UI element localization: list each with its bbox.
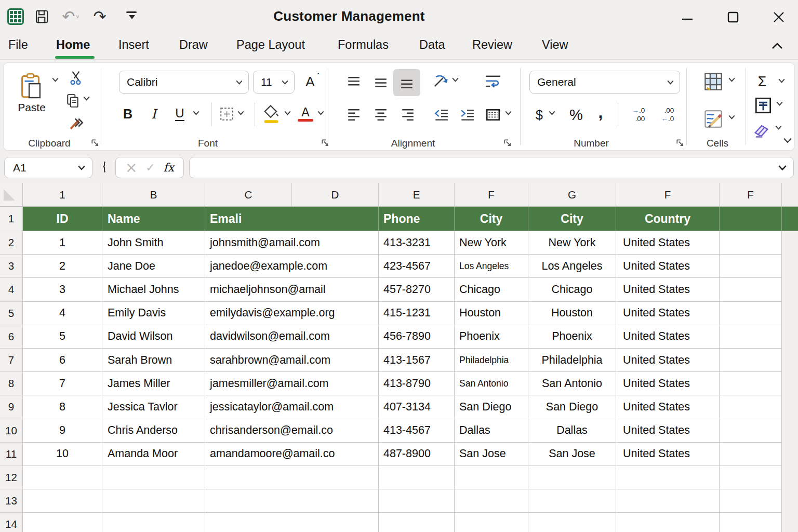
merge-center-button[interactable] (482, 104, 504, 125)
tab-home[interactable]: Home (56, 38, 90, 52)
cell[interactable]: johnsmith@amail.com (205, 231, 379, 255)
cell[interactable]: United States (616, 325, 720, 349)
cell[interactable]: Los Angeles (528, 255, 616, 278)
header-cell[interactable]: Country (616, 207, 720, 231)
cell[interactable] (528, 489, 616, 513)
cell[interactable]: Jessica Tavlor (102, 395, 205, 419)
cell[interactable]: Sarah Brown (102, 349, 205, 372)
comma-style-button[interactable]: , (594, 102, 607, 123)
borders-menu-chevron[interactable] (237, 110, 245, 116)
tab-data[interactable]: Data (419, 38, 445, 52)
cell[interactable] (720, 325, 782, 349)
cell[interactable]: janedoe@example.com (205, 255, 379, 278)
clipboard-dialog-launcher[interactable] (91, 139, 100, 148)
autosum-button[interactable]: Σ (753, 71, 772, 92)
align-middle-button[interactable] (369, 71, 392, 94)
cell[interactable] (23, 513, 102, 532)
grow-font-button[interactable]: Aˆ (301, 72, 320, 91)
cell[interactable]: Dallas (455, 419, 528, 443)
cell[interactable]: jessicataylor@amail.com (205, 395, 379, 419)
column-header-7[interactable]: G (528, 183, 616, 206)
insert-cells-chevron[interactable] (728, 76, 736, 83)
cell[interactable]: sarahbrown@amail.com (205, 349, 379, 372)
tab-view[interactable]: View (542, 38, 568, 52)
cell[interactable] (528, 466, 616, 489)
cell[interactable]: United States (616, 231, 720, 255)
column-header-8[interactable]: F (616, 183, 720, 206)
cell[interactable]: 413-3231 (379, 231, 455, 255)
copy-button[interactable] (64, 92, 82, 110)
cell[interactable]: United States (616, 372, 720, 395)
cell[interactable] (720, 255, 782, 278)
cell[interactable]: San Diego (455, 395, 528, 419)
cell[interactable]: United States (616, 349, 720, 372)
cell[interactable]: New York (528, 231, 616, 255)
column-header-3[interactable]: C (205, 183, 292, 206)
fill-color-menu-chevron[interactable] (284, 110, 291, 116)
format-cells-chevron[interactable] (728, 114, 736, 120)
header-cell[interactable]: Phone (379, 207, 455, 231)
cell[interactable] (720, 302, 782, 325)
cell[interactable]: chrisanderson@email.co (205, 419, 379, 443)
cell[interactable] (720, 513, 782, 532)
cell[interactable]: jamesmiller@amail.com (205, 372, 379, 395)
cell[interactable] (455, 489, 528, 513)
font-size-select[interactable]: 11 (253, 71, 295, 94)
cell[interactable] (205, 513, 379, 532)
align-right-button[interactable] (396, 104, 419, 125)
tab-insert[interactable]: Insert (118, 38, 149, 52)
align-top-button[interactable] (342, 71, 365, 94)
cell[interactable]: Chicago (455, 278, 528, 301)
row-number[interactable]: 5 (0, 302, 23, 325)
cell[interactable] (455, 466, 528, 489)
cell[interactable]: 5 (23, 325, 102, 349)
autosum-chevron[interactable] (778, 77, 786, 84)
cell[interactable]: Phoenix (528, 325, 616, 349)
cell[interactable] (720, 278, 782, 301)
cell[interactable]: 3 (23, 278, 102, 301)
column-header-2[interactable]: B (102, 183, 205, 206)
paste-button[interactable]: Paste (17, 68, 46, 118)
tab-review[interactable]: Review (472, 38, 512, 52)
cell[interactable]: Philadelphia (528, 349, 616, 372)
cell[interactable]: Michael Johns (102, 278, 205, 301)
underline-menu-chevron[interactable] (192, 110, 200, 116)
italic-button[interactable]: I (145, 103, 162, 124)
header-cell[interactable]: Emali (205, 207, 379, 231)
cell[interactable]: 415-1231 (379, 302, 455, 325)
borders-button[interactable] (217, 104, 236, 123)
cell[interactable] (102, 489, 205, 513)
cell[interactable]: United States (616, 443, 720, 466)
cell[interactable] (616, 513, 720, 532)
column-header-1[interactable]: 1 (23, 183, 102, 206)
row-number[interactable]: 9 (0, 395, 23, 419)
merge-menu-chevron[interactable] (504, 110, 512, 116)
cell[interactable]: 413-8790 (379, 372, 455, 395)
cell[interactable] (379, 489, 455, 513)
tab-file[interactable]: File (8, 38, 28, 52)
row-number[interactable]: 14 (0, 513, 23, 532)
cell[interactable]: 413-4567 (379, 419, 455, 443)
cell[interactable]: amandamoore@amail.co (205, 443, 379, 466)
cell[interactable] (205, 489, 379, 513)
cell[interactable]: New York (455, 231, 528, 255)
header-cell[interactable]: City (455, 207, 528, 231)
cell[interactable]: Phoenix (455, 325, 528, 349)
cell[interactable]: San Diego (528, 395, 616, 419)
cell[interactable]: 9 (23, 419, 102, 443)
currency-menu-chevron[interactable] (548, 110, 556, 116)
header-cell[interactable]: Name (102, 207, 205, 231)
percent-button[interactable]: % (566, 104, 587, 125)
cell[interactable]: United States (616, 419, 720, 443)
decrease-indent-button[interactable] (430, 104, 453, 125)
column-header-5[interactable]: E (379, 183, 455, 206)
cell[interactable]: 413-1567 (379, 349, 455, 372)
cell[interactable] (616, 489, 720, 513)
cell[interactable]: Los Angeles (455, 255, 528, 278)
cell[interactable] (720, 489, 782, 513)
cell[interactable] (720, 349, 782, 372)
cell[interactable]: 457-8270 (379, 278, 455, 301)
row-number[interactable]: 12 (0, 466, 23, 489)
insert-cells-button[interactable] (702, 70, 725, 93)
collapse-ribbon-button[interactable] (771, 42, 783, 50)
